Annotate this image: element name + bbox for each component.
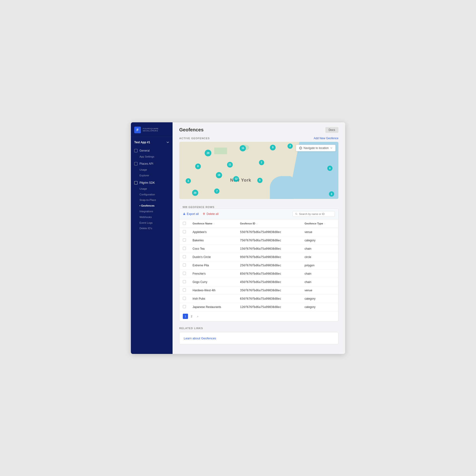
geo-circle-12[interactable]: 20 — [192, 190, 198, 196]
sort-id-icon[interactable]: ↕ — [256, 222, 258, 225]
row-name-2: Coco Tea — [189, 244, 237, 253]
table-section: Export all Delete all — [179, 208, 339, 322]
row-type-5: chain — [301, 270, 338, 278]
sidebar-sub-explorer[interactable]: Explorer — [131, 173, 172, 178]
sidebar-sub-event-logs[interactable]: Event Logs — [131, 220, 172, 226]
geo-circle-6[interactable]: 7 — [259, 160, 264, 165]
geo-circle-2[interactable]: 9 — [270, 145, 276, 151]
logo-text: FOURSQUARE DEVELOPERS — [143, 128, 158, 132]
geo-circle-5[interactable]: 11 — [227, 162, 233, 168]
geo-circle-14[interactable]: 3 — [329, 191, 334, 197]
row-id-4: 256f676fbd6a75a99038d8ec — [237, 261, 301, 270]
geo-circle-1[interactable]: 15 — [240, 145, 246, 151]
row-name-0: Applebee's — [189, 228, 237, 236]
sidebar-sub-app-settings[interactable]: App Settings — [131, 154, 172, 160]
sidebar-sub-webhooks[interactable]: Webhooks — [131, 214, 172, 220]
geo-circle-7[interactable]: 18 — [216, 172, 222, 178]
row-checkbox-2[interactable] — [183, 247, 186, 250]
geo-circle-3[interactable]: 2 — [288, 143, 293, 149]
row-id-6: 456f676fbd6a75a99038d8ec — [237, 278, 301, 286]
sidebar: F FOURSQUARE DEVELOPERS Test App #1 Gene… — [131, 122, 172, 354]
row-checkbox-1[interactable] — [183, 238, 186, 241]
toolbar-actions: Export all Delete all — [183, 212, 219, 216]
sidebar-sub-usage-pilgrim[interactable]: Usage — [131, 186, 172, 192]
export-button[interactable]: Export all — [183, 212, 199, 216]
select-all-checkbox[interactable] — [183, 222, 186, 225]
sidebar-sub-geofences[interactable]: Geofences — [131, 203, 172, 209]
delete-label: Delete all — [206, 212, 219, 216]
row-type-9: category — [301, 303, 338, 311]
row-name-6: Gogo Curry — [189, 278, 237, 286]
nav-general: General App Settings — [131, 147, 172, 160]
search-input[interactable] — [299, 213, 332, 215]
row-checkbox-6[interactable] — [183, 280, 186, 283]
page-next-button[interactable]: › — [195, 314, 200, 319]
table-row: Hardees-West 4th 356f676fbd6a75a99038d8e… — [179, 286, 338, 294]
row-name-4: Extreme Pita — [189, 261, 237, 270]
map-park-1 — [214, 148, 227, 154]
row-id-5: 856f676fbd6a75a99038d8ec — [237, 270, 301, 278]
map-water-south — [270, 176, 294, 199]
places-api-icon — [134, 162, 137, 165]
sort-name-icon[interactable]: ↑ — [214, 222, 215, 225]
geo-circle-9[interactable]: 12 — [233, 176, 239, 182]
chevron-down-icon — [166, 141, 169, 144]
map-container[interactable]: New York Navigate to location — [179, 142, 339, 199]
navigate-label: Navigate to location — [304, 146, 329, 150]
navigate-chevron-icon — [330, 147, 333, 149]
table-row: Japanese Restaurants 126f676fbd6a75a9903… — [179, 303, 338, 311]
row-id-9: 126f676fbd6a75a99038d8ec — [237, 303, 301, 311]
pagination: 1 2 › — [179, 311, 338, 321]
delete-button[interactable]: Delete all — [203, 212, 219, 216]
sort-type-icon[interactable]: ↑ — [324, 222, 325, 225]
active-geofences-header: ACTIVE GEOFENCES Add New Geofence — [179, 136, 339, 140]
row-id-8: 656f676fbd6a75a99038d8ec — [237, 294, 301, 303]
sidebar-sub-snap-to-place[interactable]: Snap-to-Place — [131, 197, 172, 203]
row-name-1: Bakeries — [189, 236, 237, 244]
learn-geofences-link[interactable]: Learn about Geofences — [184, 337, 216, 340]
search-box[interactable] — [292, 211, 335, 217]
pilgrim-sdk-icon — [134, 181, 137, 185]
geo-circle-4[interactable]: 8 — [195, 164, 201, 169]
table-row: Extreme Pita 256f676fbd6a75a99038d8ec po… — [179, 261, 338, 270]
table-row: Frenchie's 856f676fbd6a75a99038d8ec chai… — [179, 270, 338, 278]
geo-circle-8[interactable]: 3 — [186, 178, 191, 184]
sidebar-item-general[interactable]: General — [131, 147, 172, 154]
geo-circle-0[interactable]: 29 — [205, 150, 211, 156]
related-links-card: Learn about Geofences — [179, 332, 339, 344]
active-geofences-label: ACTIVE GEOFENCES — [179, 137, 210, 140]
row-checkbox-7[interactable] — [183, 289, 186, 291]
rows-count-label: 989 GEOFENCE ROWS — [179, 203, 339, 208]
add-new-geofence-link[interactable]: Add New Geofence — [314, 136, 339, 140]
row-checkbox-0[interactable] — [183, 230, 186, 233]
sidebar-sub-integrations[interactable]: Integrations — [131, 209, 172, 214]
geofences-table: Geofence Name ↑ Geofence ID ↕ Geofence T… — [179, 220, 338, 311]
page-1-button[interactable]: 1 — [183, 314, 188, 319]
page-2-button[interactable]: 2 — [189, 314, 194, 319]
row-checkbox-9[interactable] — [183, 305, 186, 308]
row-checkbox-5[interactable] — [183, 272, 186, 275]
page-header: Geofences Docs — [179, 127, 339, 133]
sidebar-sub-delete-ids[interactable]: Delete ID's — [131, 226, 172, 231]
row-checkbox-3[interactable] — [183, 255, 186, 258]
col-type: Geofence Type ↑ — [301, 220, 338, 228]
general-icon — [134, 149, 137, 152]
related-links-section: RELATED LINKS Learn about Geofences — [179, 327, 339, 344]
main-content: Geofences Docs ACTIVE GEOFENCES Add New … — [172, 122, 345, 354]
nav-pilgrim-sdk: Pilgrim SDK Usage Configuration Snap-to-… — [131, 179, 172, 232]
row-type-8: category — [301, 294, 338, 303]
table-row: Applebee's 556f676fbd6a75a99038d8ec venu… — [179, 228, 338, 236]
row-checkbox-8[interactable] — [183, 297, 186, 300]
row-type-1: category — [301, 236, 338, 244]
sidebar-sub-configuration[interactable]: Configuration — [131, 192, 172, 198]
geo-circle-10[interactable]: 5 — [257, 178, 262, 183]
trash-icon — [203, 213, 205, 215]
map-navigate-button[interactable]: Navigate to location — [296, 145, 336, 151]
docs-button[interactable]: Docs — [325, 127, 339, 133]
col-id: Geofence ID ↕ — [237, 220, 301, 228]
app-selector[interactable]: Test App #1 — [131, 139, 172, 146]
sidebar-item-places-api[interactable]: Places API — [131, 160, 172, 167]
sidebar-sub-usage-places[interactable]: Usage — [131, 167, 172, 173]
sidebar-item-pilgrim-sdk[interactable]: Pilgrim SDK — [131, 179, 172, 186]
row-checkbox-4[interactable] — [183, 263, 186, 267]
